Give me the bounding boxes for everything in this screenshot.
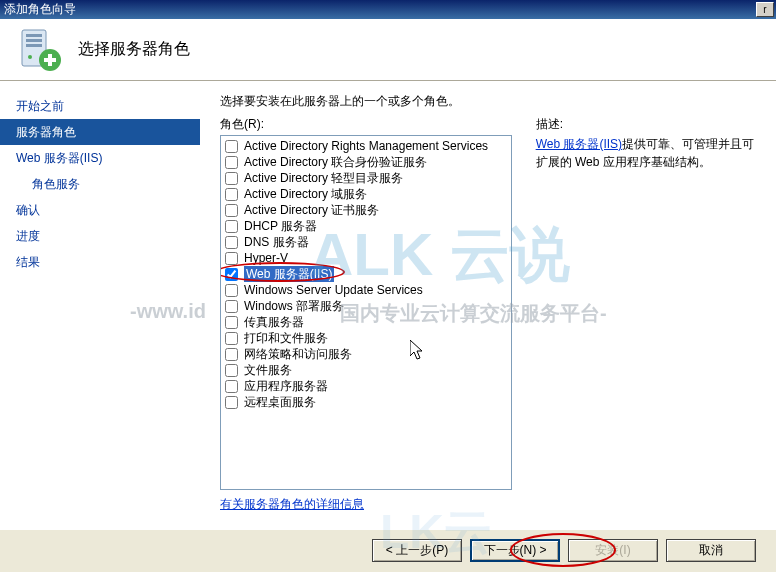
description-text: Web 服务器(IIS)提供可靠、可管理并且可扩展的 Web 应用程序基础结构。 xyxy=(536,135,760,171)
cancel-button[interactable]: 取消 xyxy=(666,539,756,562)
role-label: 远程桌面服务 xyxy=(244,394,316,410)
role-checkbox[interactable] xyxy=(225,172,238,185)
role-row[interactable]: Active Directory Rights Management Servi… xyxy=(221,138,511,154)
role-label: DNS 服务器 xyxy=(244,234,309,250)
close-button[interactable]: r xyxy=(756,2,774,17)
role-label: 传真服务器 xyxy=(244,314,304,330)
role-checkbox[interactable] xyxy=(225,156,238,169)
role-checkbox[interactable] xyxy=(225,220,238,233)
role-label: Windows 部署服务 xyxy=(244,298,344,314)
role-row[interactable]: 文件服务 xyxy=(221,362,511,378)
role-row[interactable]: Active Directory 轻型目录服务 xyxy=(221,170,511,186)
role-row[interactable]: 远程桌面服务 xyxy=(221,394,511,410)
sidebar-item[interactable]: 进度 xyxy=(0,223,200,249)
detail-link[interactable]: 有关服务器角色的详细信息 xyxy=(220,496,512,513)
role-row[interactable]: Active Directory 联合身份验证服务 xyxy=(221,154,511,170)
role-label: Web 服务器(IIS) xyxy=(244,266,334,282)
role-row[interactable]: 网络策略和访问服务 xyxy=(221,346,511,362)
roles-label: 角色(R): xyxy=(220,116,512,133)
sidebar-item[interactable]: 服务器角色 xyxy=(0,119,200,145)
titlebar: 添加角色向导 r xyxy=(0,0,776,19)
content-area: 开始之前服务器角色Web 服务器(IIS)角色服务确认进度结果 选择要安装在此服… xyxy=(0,81,776,529)
role-label: Active Directory 证书服务 xyxy=(244,202,379,218)
install-button: 安装(I) xyxy=(568,539,658,562)
svg-rect-2 xyxy=(26,39,42,42)
wizard-sidebar: 开始之前服务器角色Web 服务器(IIS)角色服务确认进度结果 xyxy=(0,81,200,529)
roles-column: 角色(R): Active Directory Rights Managemen… xyxy=(220,116,512,521)
role-label: 打印和文件服务 xyxy=(244,330,328,346)
svg-point-4 xyxy=(28,55,32,59)
description-label: 描述: xyxy=(536,116,760,133)
role-checkbox[interactable] xyxy=(225,236,238,249)
sidebar-item[interactable]: Web 服务器(IIS) xyxy=(0,145,200,171)
role-label: Hyper-V xyxy=(244,250,288,266)
sidebar-item[interactable]: 角色服务 xyxy=(0,171,200,197)
role-label: Windows Server Update Services xyxy=(244,282,423,298)
role-label: 文件服务 xyxy=(244,362,292,378)
role-label: 网络策略和访问服务 xyxy=(244,346,352,362)
instruction-text: 选择要安装在此服务器上的一个或多个角色。 xyxy=(220,93,760,110)
role-label: Active Directory 轻型目录服务 xyxy=(244,170,403,186)
sidebar-item[interactable]: 确认 xyxy=(0,197,200,223)
sidebar-item[interactable]: 开始之前 xyxy=(0,93,200,119)
description-column: 描述: Web 服务器(IIS)提供可靠、可管理并且可扩展的 Web 应用程序基… xyxy=(536,116,760,521)
next-button[interactable]: 下一步(N) > xyxy=(470,539,560,562)
svg-rect-1 xyxy=(26,34,42,37)
role-label: Active Directory Rights Management Servi… xyxy=(244,138,488,154)
server-role-icon xyxy=(16,26,64,74)
role-row[interactable]: Windows 部署服务 xyxy=(221,298,511,314)
role-row[interactable]: Active Directory 域服务 xyxy=(221,186,511,202)
role-row[interactable]: Active Directory 证书服务 xyxy=(221,202,511,218)
role-checkbox[interactable] xyxy=(225,204,238,217)
roles-listbox[interactable]: Active Directory Rights Management Servi… xyxy=(220,135,512,490)
button-bar: < 上一步(P) 下一步(N) > 安装(I) 取消 xyxy=(0,529,776,571)
role-row[interactable]: Web 服务器(IIS) xyxy=(221,266,511,282)
role-row[interactable]: Hyper-V xyxy=(221,250,511,266)
svg-rect-7 xyxy=(44,58,56,62)
svg-rect-3 xyxy=(26,44,42,47)
role-row[interactable]: 应用程序服务器 xyxy=(221,378,511,394)
main-panel: 选择要安装在此服务器上的一个或多个角色。 角色(R): Active Direc… xyxy=(200,81,776,529)
wizard-header: 选择服务器角色 xyxy=(0,19,776,81)
role-label: DHCP 服务器 xyxy=(244,218,317,234)
role-row[interactable]: DHCP 服务器 xyxy=(221,218,511,234)
role-checkbox[interactable] xyxy=(225,348,238,361)
window-title: 添加角色向导 xyxy=(4,1,76,18)
page-title: 选择服务器角色 xyxy=(78,39,190,60)
role-checkbox[interactable] xyxy=(225,396,238,409)
role-label: 应用程序服务器 xyxy=(244,378,328,394)
role-row[interactable]: 传真服务器 xyxy=(221,314,511,330)
sidebar-item[interactable]: 结果 xyxy=(0,249,200,275)
role-checkbox[interactable] xyxy=(225,316,238,329)
role-checkbox[interactable] xyxy=(225,188,238,201)
role-checkbox[interactable] xyxy=(225,252,238,265)
role-row[interactable]: 打印和文件服务 xyxy=(221,330,511,346)
role-checkbox[interactable] xyxy=(225,284,238,297)
role-checkbox[interactable] xyxy=(225,140,238,153)
role-checkbox[interactable] xyxy=(225,380,238,393)
role-label: Active Directory 联合身份验证服务 xyxy=(244,154,427,170)
role-row[interactable]: DNS 服务器 xyxy=(221,234,511,250)
role-checkbox[interactable] xyxy=(225,364,238,377)
role-label: Active Directory 域服务 xyxy=(244,186,367,202)
role-row[interactable]: Windows Server Update Services xyxy=(221,282,511,298)
description-link[interactable]: Web 服务器(IIS) xyxy=(536,137,622,151)
prev-button[interactable]: < 上一步(P) xyxy=(372,539,462,562)
role-checkbox[interactable] xyxy=(225,300,238,313)
role-checkbox[interactable] xyxy=(225,332,238,345)
role-checkbox[interactable] xyxy=(225,268,238,281)
